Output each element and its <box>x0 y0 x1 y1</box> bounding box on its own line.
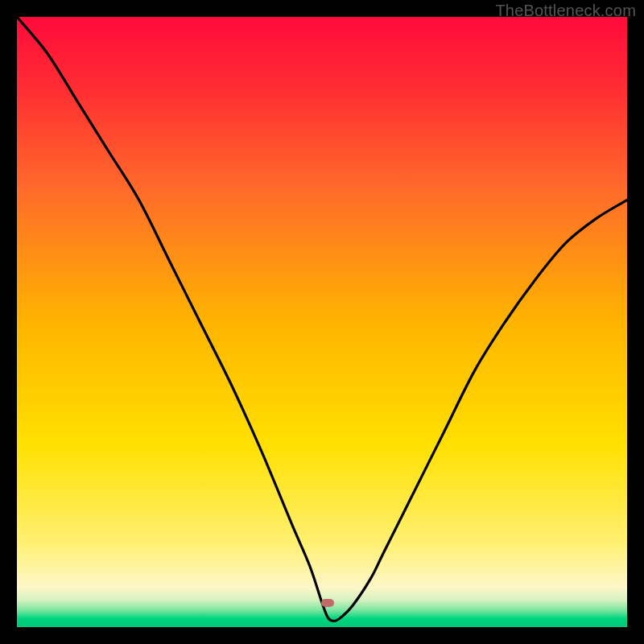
plot-frame: TheBottleneck.com <box>0 0 644 644</box>
bottleneck-curve <box>17 17 627 627</box>
watermark-text: TheBottleneck.com <box>495 2 636 20</box>
optimal-marker <box>321 599 334 607</box>
